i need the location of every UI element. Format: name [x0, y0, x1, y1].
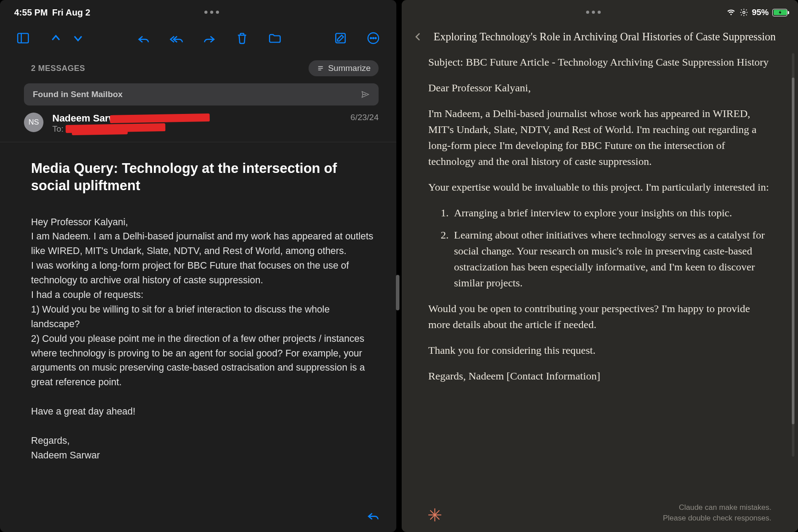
found-banner[interactable]: Found in Sent Mailbox — [24, 83, 379, 106]
message-date: 6/23/24 — [351, 113, 379, 134]
battery-icon — [772, 9, 787, 16]
chat-pane: 95% Exploring Technology's Role in Archi… — [402, 0, 798, 532]
status-bar-left: 4:55 PM Fri Aug 2 — [0, 0, 396, 25]
svg-rect-0 — [18, 33, 28, 43]
divider-handle-icon[interactable] — [396, 275, 399, 310]
split-divider[interactable] — [398, 0, 400, 532]
email-subject: Media Query: Technology at the intersect… — [31, 160, 373, 195]
email-body[interactable]: Media Query: Technology at the intersect… — [0, 142, 396, 532]
chat-titlebar: Exploring Technology's Role in Archiving… — [402, 25, 798, 54]
wifi-icon — [726, 8, 736, 16]
svg-point-6 — [375, 38, 376, 39]
gear-icon — [739, 8, 748, 17]
back-icon[interactable] — [412, 30, 424, 43]
chat-footer: ✳ Claude can make mistakes. Please doubl… — [402, 501, 798, 532]
multitask-dots-icon[interactable] — [204, 11, 219, 15]
response-thanks: Thank you for considering this request. — [428, 342, 771, 358]
avatar: NS — [24, 113, 43, 132]
response-greeting: Dear Professor Kalyani, — [428, 80, 771, 96]
next-message-icon[interactable] — [69, 29, 87, 47]
response-subject: Subject: BBC Future Article - Technology… — [428, 54, 771, 70]
battery-percent: 95% — [752, 8, 769, 17]
response-signoff: Regards, Nadeem [Contact Information] — [428, 368, 771, 384]
response-item-1: Arranging a brief interview to explore y… — [451, 205, 771, 221]
quick-reply-icon[interactable] — [366, 508, 380, 522]
summarize-button[interactable]: Summarize — [309, 60, 379, 76]
to-label: To: — [52, 124, 63, 133]
scrollbar[interactable] — [792, 53, 794, 457]
more-icon[interactable] — [364, 29, 382, 47]
mail-toolbar — [0, 25, 396, 57]
status-bar-right: 95% — [402, 0, 798, 25]
summarize-label: Summarize — [328, 63, 371, 73]
svg-point-11 — [743, 12, 745, 14]
sidebar-toggle-icon[interactable] — [14, 29, 32, 47]
trash-icon[interactable] — [233, 29, 251, 47]
redaction — [110, 113, 210, 123]
move-folder-icon[interactable] — [266, 29, 284, 47]
sent-plane-icon — [361, 90, 370, 99]
scrollbar-thumb[interactable] — [792, 78, 794, 425]
multitask-dots-icon[interactable] — [586, 11, 601, 15]
prev-message-icon[interactable] — [47, 29, 65, 47]
email-text: Hey Professor Kalyani, I am Nadeem. I am… — [31, 215, 373, 463]
chat-title: Exploring Technology's Role in Archiving… — [434, 31, 776, 43]
response-intro: I'm Nadeem, a Delhi-based journalist who… — [428, 106, 771, 169]
status-date: Fri Aug 2 — [52, 8, 90, 18]
response-ask: Would you be open to contributing your p… — [428, 301, 771, 332]
status-time: 4:55 PM — [14, 8, 48, 18]
mail-pane: 4:55 PM Fri Aug 2 — [0, 0, 396, 532]
response-lead-in: Your expertise would be invaluable to th… — [428, 179, 771, 195]
chat-response[interactable]: Subject: BBC Future Article - Technology… — [402, 54, 798, 501]
found-banner-text: Found in Sent Mailbox — [33, 90, 123, 99]
forward-icon[interactable] — [200, 29, 218, 47]
disclaimer: Claude can make mistakes. Please double … — [663, 502, 771, 524]
redaction — [72, 130, 128, 135]
sender-row[interactable]: NS Nadeem Sarwar To: 6/23/24 — [0, 106, 396, 142]
claude-logo-icon: ✳ — [427, 506, 442, 524]
reply-icon[interactable] — [135, 29, 153, 47]
message-count: 2 MESSAGES — [31, 64, 85, 73]
reply-all-icon[interactable] — [168, 29, 185, 47]
svg-point-4 — [370, 38, 372, 39]
compose-icon[interactable] — [332, 29, 349, 47]
response-item-2: Learning about other initiatives where t… — [451, 227, 771, 291]
svg-point-5 — [373, 38, 374, 39]
